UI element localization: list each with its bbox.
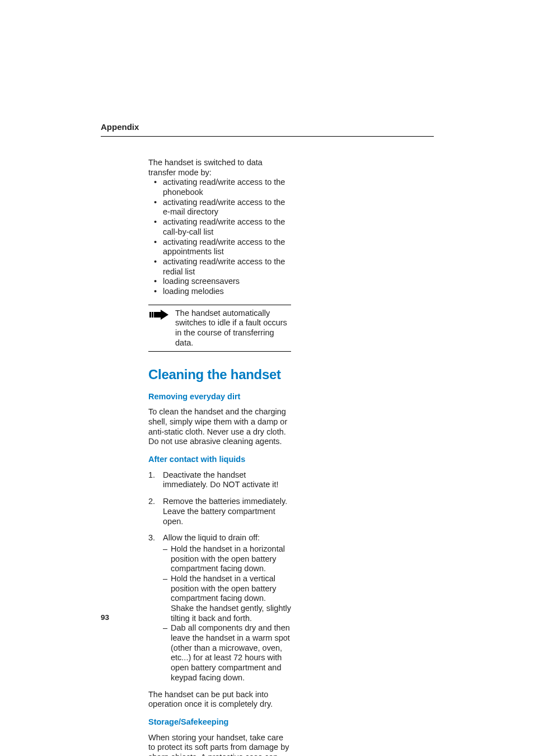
intro-bullet-list: activating read/write access to the phon… xyxy=(148,178,291,296)
list-item: Dab all components dry and then leave th… xyxy=(163,623,291,683)
arrow-icon xyxy=(148,309,170,320)
step-number: 3. xyxy=(148,533,155,543)
note-text: The handset automatically switches to id… xyxy=(175,309,291,348)
text: Do not use abrasive cleaning agents. xyxy=(148,437,282,446)
heading-cleaning: Cleaning the handset xyxy=(148,366,291,382)
step-text: Remove the batteries immediately. Leave … xyxy=(163,497,287,525)
list-item: activating read/write access to the phon… xyxy=(148,178,291,197)
paragraph: When storing your handset, take care to … xyxy=(148,733,291,756)
step-number: 2. xyxy=(148,497,155,507)
section-heading: Appendix xyxy=(101,122,437,135)
page: Appendix The handset is switched to data… xyxy=(0,0,534,756)
sub-list: Hold the handset in a horizontal positio… xyxy=(163,544,291,683)
list-item: 2. Remove the batteries immediately. Lea… xyxy=(148,497,291,526)
page-content: The handset is switched to data transfer… xyxy=(0,137,291,756)
list-item: loading screensavers xyxy=(148,277,291,287)
svg-rect-0 xyxy=(149,312,151,318)
subheading-removing-dirt: Removing everyday dirt xyxy=(148,392,291,402)
list-item: activating read/write access to the redi… xyxy=(148,257,291,277)
step-number: 1. xyxy=(148,470,155,480)
intro-lead: The handset is switched to data transfer… xyxy=(148,158,291,178)
paragraph: To clean the handset and the charging sh… xyxy=(148,407,291,447)
list-item: 3. Allow the liquid to drain off: Hold t… xyxy=(148,533,291,683)
svg-rect-1 xyxy=(152,312,153,318)
subheading-after-liquids: After contact with liquids xyxy=(148,455,291,465)
numbered-steps: 1. Deactivate the handset immediately. D… xyxy=(148,470,291,683)
list-item: activating read/write access to the call… xyxy=(148,217,291,237)
note-callout: The handset automatically switches to id… xyxy=(148,305,291,352)
page-header: Appendix xyxy=(0,0,437,137)
list-item: 1. Deactivate the handset immediately. D… xyxy=(148,470,291,490)
svg-marker-2 xyxy=(154,310,168,320)
step-text: Deactivate the handset immediately. Do N… xyxy=(163,470,279,489)
subheading-storage: Storage/Safekeeping xyxy=(148,717,291,727)
list-item: loading melodies xyxy=(148,287,291,297)
paragraph: The handset can be put back into operati… xyxy=(148,690,291,710)
list-item: activating read/write access to the appo… xyxy=(148,237,291,257)
page-number: 93 xyxy=(101,613,109,622)
step-text: Allow the liquid to drain off: xyxy=(163,533,260,542)
text: To clean the handset and the charging sh… xyxy=(148,407,287,436)
list-item: activating read/write access to the e-ma… xyxy=(148,198,291,217)
list-item: Hold the handset in a vertical position … xyxy=(163,574,291,623)
list-item: Hold the handset in a horizontal positio… xyxy=(163,544,291,574)
